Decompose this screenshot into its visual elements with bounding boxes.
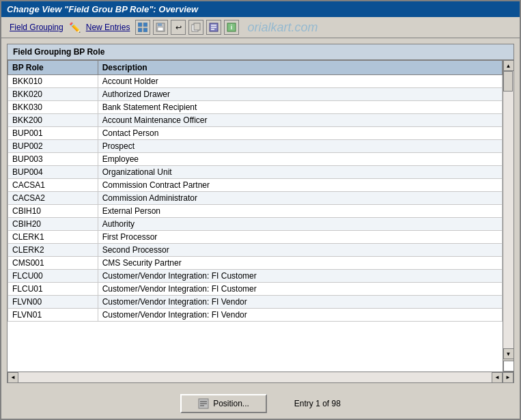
table-view-icon[interactable] — [135, 20, 150, 35]
cell-bprole: CMS001 — [8, 257, 98, 270]
table-row[interactable]: BKK200Account Maintenance Officer — [8, 114, 503, 127]
table-row[interactable]: BKK030Bank Statement Recipient — [8, 101, 503, 114]
data-table: BP Role Description BKK010Account Holder… — [8, 60, 503, 322]
svg-rect-1 — [143, 23, 147, 27]
undo-icon[interactable]: ↩ — [171, 20, 186, 35]
table-row[interactable]: BKK010Account Holder — [8, 75, 503, 88]
position-icon — [198, 398, 209, 409]
svg-rect-3 — [143, 28, 147, 32]
cell-description: Account Maintenance Officer — [98, 114, 502, 127]
cell-bprole: CBIH20 — [8, 218, 98, 231]
svg-rect-8 — [194, 23, 200, 30]
info-icon[interactable]: i — [224, 20, 239, 35]
position-button-label: Position... — [213, 399, 249, 408]
table-row[interactable]: CBIH10External Person — [8, 205, 503, 218]
content-area: Field Grouping BP Role BP Role Descripti… — [1, 38, 520, 389]
svg-rect-6 — [158, 27, 163, 31]
cell-description: Commission Contract Partner — [98, 179, 502, 192]
cell-bprole: CLERK2 — [8, 244, 98, 257]
cell-description: Customer/Vendor Integration: FI Customer — [98, 283, 502, 296]
cell-description: Second Processor — [98, 244, 502, 257]
table-row[interactable]: CMS001CMS Security Partner — [8, 257, 503, 270]
cell-description: First Processor — [98, 231, 502, 244]
cell-bprole: FLCU01 — [8, 283, 98, 296]
svg-rect-5 — [158, 23, 162, 26]
cell-description: Contact Person — [98, 127, 502, 140]
cell-bprole: BKK020 — [8, 88, 98, 101]
details-icon[interactable] — [206, 20, 221, 35]
toolbar: Field Grouping ✏️ New Entries ↩ — [1, 17, 520, 38]
cell-bprole: CACSA2 — [8, 192, 98, 205]
new-entries-menu[interactable]: New Entries — [83, 21, 133, 33]
cell-bprole: BUP002 — [8, 140, 98, 153]
scroll-right-btn-right[interactable]: ► — [503, 372, 513, 383]
scroll-right-btn-left[interactable]: ◄ — [492, 372, 503, 383]
horizontal-scrollbar: ◄ ◄ ► — [8, 372, 513, 382]
cell-bprole: CACSA1 — [8, 179, 98, 192]
svg-rect-0 — [138, 23, 142, 27]
table-row[interactable]: CACSA2Commission Administrator — [8, 192, 503, 205]
cell-description: Employee — [98, 153, 502, 166]
cell-bprole: BUP003 — [8, 153, 98, 166]
table-container: Field Grouping BP Role BP Role Descripti… — [7, 44, 514, 383]
svg-text:i: i — [231, 24, 233, 31]
vertical-scrollbar: ▲ ▼ — [503, 60, 513, 372]
watermark: orialkart.com — [247, 20, 318, 35]
cell-bprole: FLVN01 — [8, 309, 98, 322]
table-row[interactable]: CBIH20Authority — [8, 218, 503, 231]
table-row[interactable]: CACSA1Commission Contract Partner — [8, 179, 503, 192]
scroll-down-btn[interactable]: ▼ — [503, 348, 514, 359]
table-row[interactable]: CLERK1First Processor — [8, 231, 503, 244]
window-title: Change View "Field Grou BP Role": Overvi… — [7, 4, 198, 14]
cell-description: Authorized Drawer — [98, 88, 502, 101]
cell-description: Authority — [98, 218, 502, 231]
cell-bprole: BKK030 — [8, 101, 98, 114]
save-icon[interactable] — [153, 20, 168, 35]
scroll-thumb[interactable] — [503, 71, 513, 92]
cell-bprole: BKK200 — [8, 114, 98, 127]
table-row[interactable]: BUP002Prospect — [8, 140, 503, 153]
footer: Position... Entry 1 of 98 — [1, 389, 520, 419]
table-wrapper: BP Role Description BKK010Account Holder… — [8, 60, 513, 372]
cell-description: Customer/Vendor Integration: FI Vendor — [98, 309, 502, 322]
cell-bprole: FLVN00 — [8, 296, 98, 309]
table-row[interactable]: BUP001Contact Person — [8, 127, 503, 140]
cell-description: Bank Statement Recipient — [98, 101, 502, 114]
col-header-description: Description — [98, 61, 502, 75]
cell-description: Customer/Vendor Integration: FI Vendor — [98, 296, 502, 309]
copy-icon[interactable] — [188, 20, 203, 35]
cell-bprole: BUP004 — [8, 166, 98, 179]
table-row[interactable]: BUP004Organizational Unit — [8, 166, 503, 179]
scroll-up-btn[interactable]: ▲ — [503, 60, 514, 71]
main-window: Change View "Field Grou BP Role": Overvi… — [0, 0, 521, 420]
cell-bprole: CLERK1 — [8, 231, 98, 244]
table-row[interactable]: BUP003Employee — [8, 153, 503, 166]
table-row[interactable]: FLCU01Customer/Vendor Integration: FI Cu… — [8, 283, 503, 296]
position-button[interactable]: Position... — [180, 394, 267, 413]
cell-bprole: FLCU00 — [8, 270, 98, 283]
table-row[interactable]: CLERK2Second Processor — [8, 244, 503, 257]
table-row[interactable]: FLVN01Customer/Vendor Integration: FI Ve… — [8, 309, 503, 322]
hscroll-track — [18, 372, 492, 383]
scroll-checkbox[interactable] — [503, 361, 514, 372]
col-header-bprole: BP Role — [8, 61, 98, 75]
table-row[interactable]: BKK020Authorized Drawer — [8, 88, 503, 101]
cell-description: Organizational Unit — [98, 166, 502, 179]
table-title: Field Grouping BP Role — [8, 44, 513, 60]
cell-description: External Person — [98, 205, 502, 218]
cell-bprole: BKK010 — [8, 75, 98, 88]
cell-description: CMS Security Partner — [98, 257, 502, 270]
table-row[interactable]: FLVN00Customer/Vendor Integration: FI Ve… — [8, 296, 503, 309]
scroll-track — [503, 71, 514, 348]
scroll-left-btn[interactable]: ◄ — [8, 372, 18, 383]
entry-info: Entry 1 of 98 — [294, 399, 341, 408]
field-grouping-menu[interactable]: Field Grouping — [7, 21, 66, 33]
cell-description: Prospect — [98, 140, 502, 153]
title-bar: Change View "Field Grou BP Role": Overvi… — [1, 1, 520, 17]
table-row[interactable]: FLCU00Customer/Vendor Integration: FI Cu… — [8, 270, 503, 283]
toolbar-icon-pen[interactable]: ✏️ — [69, 22, 81, 33]
cell-bprole: BUP001 — [8, 127, 98, 140]
cell-description: Account Holder — [98, 75, 502, 88]
cell-description: Customer/Vendor Integration: FI Customer — [98, 270, 502, 283]
svg-rect-2 — [138, 28, 142, 32]
